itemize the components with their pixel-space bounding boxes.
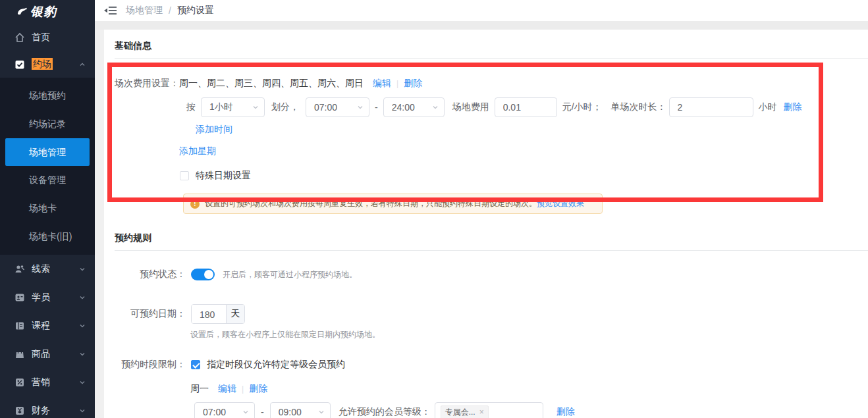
breadcrumb-current: 预约设置 bbox=[177, 5, 214, 16]
chevron-down-icon bbox=[252, 104, 259, 111]
divider bbox=[115, 58, 868, 59]
delete-slot-link[interactable]: 删除 bbox=[556, 406, 575, 418]
special-date-row: 特殊日期设置 bbox=[180, 170, 251, 182]
sidebar-item-device-manage[interactable]: 设备管理 bbox=[0, 166, 95, 194]
slot-end-select[interactable]: 09:00 bbox=[270, 402, 331, 418]
toggle-knob bbox=[204, 270, 213, 279]
leopard-logo-icon bbox=[17, 7, 28, 17]
chevron-down-icon bbox=[432, 104, 439, 111]
time-limit-option-label: 指定时段仅允许特定等级会员预约 bbox=[207, 359, 345, 371]
bookable-days-unit: 天 bbox=[226, 305, 244, 323]
sidebar-item-leads[interactable]: 线索 bbox=[0, 255, 95, 283]
slot-start-value: 07:00 bbox=[203, 407, 226, 417]
fee-label: 场地费用 bbox=[452, 101, 489, 113]
sidebar-item-venue-reserve[interactable]: 场地预约 bbox=[0, 82, 95, 110]
sidebar-item-label: 营销 bbox=[32, 377, 79, 388]
member-level-multiselect[interactable]: 专属会... × bbox=[435, 402, 543, 418]
delete-weekdays-link[interactable]: 删除 bbox=[404, 78, 422, 90]
sidebar-item-finance[interactable]: 财务 bbox=[0, 396, 95, 418]
limit-day-row: 周一 编辑 | 删除 bbox=[190, 383, 267, 395]
divider bbox=[115, 250, 868, 251]
shopping-bag-icon bbox=[14, 349, 25, 359]
chevron-down-icon bbox=[318, 409, 325, 415]
id-card-icon bbox=[14, 292, 25, 303]
duration-label: 单场次时长： bbox=[611, 101, 666, 113]
add-week-link[interactable]: 添加星期 bbox=[179, 145, 216, 157]
bookable-date-label: 可预约日期： bbox=[115, 308, 186, 320]
percent-icon bbox=[14, 377, 25, 388]
content-card: 基础信息 场次费用设置： 周一、周二、周三、周四、周五、周六、周日 编辑 | 删… bbox=[104, 30, 868, 418]
sidebar-item-products[interactable]: 商品 bbox=[0, 340, 95, 368]
special-date-checkbox[interactable] bbox=[180, 171, 189, 180]
warning-icon: ! bbox=[190, 199, 200, 209]
booking-status-label: 预约状态： bbox=[115, 269, 186, 280]
start-time-value: 07:00 bbox=[314, 102, 337, 113]
end-time-select[interactable]: 24:00 bbox=[383, 97, 445, 117]
add-time-link[interactable]: 添加时间 bbox=[196, 124, 232, 136]
fee-input[interactable] bbox=[495, 97, 557, 117]
fee-setting-label: 场次费用设置： bbox=[115, 78, 179, 90]
fee-setting-row: 场次费用设置： 周一、周二、周三、周四、周五、周六、周日 编辑 | 删除 bbox=[115, 78, 422, 90]
chevron-down-icon bbox=[79, 379, 86, 386]
app-window: 银豹 首页 约场 场地预约 约场记录 场地管理 设备管理 场地卡 bbox=[0, 0, 868, 418]
home-icon bbox=[14, 32, 25, 43]
bookable-date-help: 设置后，顾客在小程序上仅能在限定日期内预约场地。 bbox=[190, 329, 380, 340]
sidebar-item-booking-records[interactable]: 约场记录 bbox=[0, 110, 95, 138]
tag-close-icon[interactable]: × bbox=[479, 407, 484, 417]
limit-day-label: 周一 bbox=[190, 383, 209, 395]
top-bar: 场地管理 / 预约设置 bbox=[95, 0, 868, 21]
sidebar-item-label-highlighted: 约场 bbox=[32, 58, 53, 70]
sidebar-item-label: 财务 bbox=[32, 405, 79, 417]
bookable-date-row: 可预约日期： 天 bbox=[104, 304, 245, 324]
split-suffix-label: 划分， bbox=[271, 101, 299, 113]
slot-start-select[interactable]: 07:00 bbox=[194, 402, 255, 418]
add-time-row: 添加时间 bbox=[196, 124, 232, 136]
edit-weekdays-link[interactable]: 编辑 bbox=[373, 78, 391, 90]
limit-slot-row: 07:00 - 09:00 允许预约的会员等级： 专属会... × 删除 bbox=[194, 402, 575, 418]
booking-status-help: 开启后，顾客可通过小程序预约场地。 bbox=[223, 269, 357, 280]
sidebar-item-venue-card-old[interactable]: 场地卡(旧) bbox=[0, 222, 95, 251]
time-limit-label: 预约时段限制： bbox=[115, 359, 186, 371]
booking-status-row: 预约状态： 开启后，顾客可通过小程序预约场地。 bbox=[104, 269, 357, 280]
sidebar-item-marketing[interactable]: 营销 bbox=[0, 368, 95, 396]
bookable-days-input[interactable] bbox=[192, 305, 226, 324]
sidebar-item-venue-manage-selected[interactable]: 场地管理 bbox=[5, 138, 90, 166]
member-level-tag-text: 专属会... bbox=[445, 407, 475, 418]
split-prefix-label: 按 bbox=[186, 101, 196, 113]
duration-input[interactable] bbox=[669, 97, 753, 117]
chevron-down-icon bbox=[79, 294, 86, 301]
booking-status-toggle[interactable] bbox=[191, 269, 215, 280]
sidebar-item-students[interactable]: 学员 bbox=[0, 283, 95, 311]
link-divider: | bbox=[242, 384, 244, 394]
special-date-label: 特殊日期设置 bbox=[196, 170, 251, 182]
section-title-booking-rules: 预约规则 bbox=[115, 232, 151, 244]
sidebar-item-courses[interactable]: 课程 bbox=[0, 311, 95, 340]
sidebar-item-home[interactable]: 首页 bbox=[0, 24, 95, 51]
sidebar-item-venue-card[interactable]: 场地卡 bbox=[0, 194, 95, 222]
chevron-down-icon bbox=[242, 409, 249, 415]
notice-banner: ! 设置的可预约场次和场次费用按每周重复生效，若有特殊日期，只能预约特殊日期设定… bbox=[183, 194, 603, 214]
section-title-basic-info: 基础信息 bbox=[115, 40, 151, 52]
sidebar-item-booking[interactable]: 约场 bbox=[0, 51, 95, 78]
time-limit-checkbox[interactable] bbox=[191, 360, 200, 369]
delete-time-row-link[interactable]: 删除 bbox=[784, 101, 802, 113]
duration-unit-label: 小时 bbox=[759, 101, 777, 113]
yen-icon bbox=[14, 405, 25, 416]
split-unit-select[interactable]: 1小时 bbox=[201, 97, 265, 117]
time-limit-row: 预约时段限制： 指定时段仅允许特定等级会员预约 bbox=[104, 359, 345, 371]
slot-dash: - bbox=[261, 407, 264, 417]
breadcrumb-parent[interactable]: 场地管理 bbox=[126, 5, 163, 16]
page-background-strip bbox=[95, 21, 868, 30]
start-time-select[interactable]: 07:00 bbox=[306, 97, 369, 117]
edit-limit-day-link[interactable]: 编辑 bbox=[218, 383, 236, 395]
sidebar-item-label: 课程 bbox=[32, 320, 79, 332]
preview-settings-link[interactable]: 预览设置效果 bbox=[537, 198, 584, 209]
member-level-label: 允许预约的会员等级： bbox=[339, 406, 431, 418]
fee-controls-row: 按 1小时 划分， 07:00 - 24:00 场地费用 元/小时； 单场次时长… bbox=[186, 97, 802, 117]
chevron-down-icon bbox=[79, 407, 86, 414]
chevron-down-icon bbox=[79, 323, 86, 329]
delete-limit-day-link[interactable]: 删除 bbox=[249, 383, 267, 395]
sidebar-item-label: 线索 bbox=[32, 263, 79, 275]
collapse-sidebar-icon[interactable] bbox=[104, 5, 117, 16]
sidebar-item-label: 学员 bbox=[32, 292, 79, 303]
